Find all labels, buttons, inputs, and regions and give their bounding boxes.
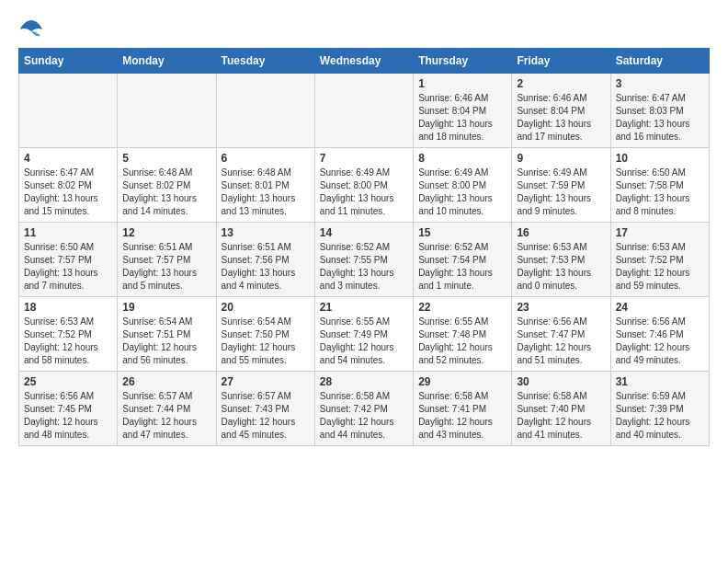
calendar-day-cell: 28Sunrise: 6:58 AMSunset: 7:42 PMDayligh… — [314, 372, 413, 446]
day-number: 22 — [418, 301, 506, 314]
calendar-day-cell: 26Sunrise: 6:57 AMSunset: 7:44 PMDayligh… — [118, 372, 216, 446]
calendar-day-cell: 19Sunrise: 6:54 AMSunset: 7:51 PMDayligh… — [118, 297, 216, 372]
day-info: Sunrise: 6:56 AMSunset: 7:47 PMDaylight:… — [517, 316, 605, 367]
day-number: 26 — [122, 375, 210, 388]
day-number: 1 — [418, 77, 506, 90]
day-number: 6 — [222, 152, 310, 165]
day-info: Sunrise: 6:47 AMSunset: 8:03 PMDaylight:… — [616, 92, 704, 144]
calendar-day-cell: 7Sunrise: 6:49 AMSunset: 8:00 PMDaylight… — [314, 148, 413, 223]
calendar-day-cell — [216, 74, 314, 148]
calendar-day-cell: 31Sunrise: 6:59 AMSunset: 7:39 PMDayligh… — [610, 372, 709, 446]
calendar-day-cell: 12Sunrise: 6:51 AMSunset: 7:57 PMDayligh… — [118, 223, 216, 297]
day-number: 4 — [24, 152, 112, 165]
day-number: 20 — [222, 301, 310, 314]
calendar-day-cell: 11Sunrise: 6:50 AMSunset: 7:57 PMDayligh… — [19, 223, 118, 297]
day-number: 15 — [418, 226, 506, 239]
day-number: 3 — [616, 77, 704, 90]
calendar-day-cell — [314, 74, 413, 148]
day-info: Sunrise: 6:52 AMSunset: 7:54 PMDaylight:… — [418, 241, 506, 293]
day-number: 8 — [418, 152, 506, 165]
logo — [18, 18, 48, 39]
day-info: Sunrise: 6:47 AMSunset: 8:02 PMDaylight:… — [24, 167, 112, 218]
day-info: Sunrise: 6:58 AMSunset: 7:41 PMDaylight:… — [418, 390, 506, 442]
day-number: 28 — [320, 375, 408, 388]
day-number: 25 — [24, 375, 112, 388]
calendar-day-cell: 16Sunrise: 6:53 AMSunset: 7:53 PMDayligh… — [512, 223, 610, 297]
calendar-day-cell: 22Sunrise: 6:55 AMSunset: 7:48 PMDayligh… — [414, 297, 512, 372]
calendar-day-cell: 15Sunrise: 6:52 AMSunset: 7:54 PMDayligh… — [414, 223, 512, 297]
day-number: 24 — [616, 301, 704, 314]
calendar-day-cell: 29Sunrise: 6:58 AMSunset: 7:41 PMDayligh… — [414, 372, 512, 446]
day-number: 10 — [616, 152, 704, 165]
calendar-week-row: 1Sunrise: 6:46 AMSunset: 8:04 PMDaylight… — [19, 74, 710, 148]
day-info: Sunrise: 6:53 AMSunset: 7:52 PMDaylight:… — [616, 241, 704, 293]
day-number: 27 — [222, 375, 310, 388]
calendar-day-cell: 8Sunrise: 6:49 AMSunset: 8:00 PMDaylight… — [414, 148, 512, 223]
day-number: 2 — [517, 77, 605, 90]
weekday-header: Monday — [118, 49, 216, 74]
calendar-day-cell: 4Sunrise: 6:47 AMSunset: 8:02 PMDaylight… — [19, 148, 118, 223]
day-info: Sunrise: 6:55 AMSunset: 7:48 PMDaylight:… — [418, 316, 506, 367]
day-number: 17 — [616, 226, 704, 239]
weekday-header: Sunday — [19, 49, 118, 74]
day-number: 29 — [418, 375, 506, 388]
calendar-day-cell: 21Sunrise: 6:55 AMSunset: 7:49 PMDayligh… — [314, 297, 413, 372]
day-number: 5 — [122, 152, 210, 165]
calendar-day-cell: 20Sunrise: 6:54 AMSunset: 7:50 PMDayligh… — [216, 297, 314, 372]
calendar-week-row: 25Sunrise: 6:56 AMSunset: 7:45 PMDayligh… — [19, 372, 710, 446]
weekday-header: Tuesday — [216, 49, 314, 74]
day-info: Sunrise: 6:54 AMSunset: 7:50 PMDaylight:… — [222, 316, 310, 367]
calendar-week-row: 4Sunrise: 6:47 AMSunset: 8:02 PMDaylight… — [19, 148, 710, 223]
day-info: Sunrise: 6:51 AMSunset: 7:57 PMDaylight:… — [122, 241, 210, 293]
day-info: Sunrise: 6:46 AMSunset: 8:04 PMDaylight:… — [418, 92, 506, 144]
day-info: Sunrise: 6:50 AMSunset: 7:57 PMDaylight:… — [24, 241, 112, 293]
calendar-week-row: 11Sunrise: 6:50 AMSunset: 7:57 PMDayligh… — [19, 223, 710, 297]
day-number: 9 — [517, 152, 605, 165]
calendar-day-cell: 27Sunrise: 6:57 AMSunset: 7:43 PMDayligh… — [216, 372, 314, 446]
day-number: 11 — [24, 226, 112, 239]
day-number: 21 — [320, 301, 408, 314]
day-number: 18 — [24, 301, 112, 314]
day-number: 12 — [122, 226, 210, 239]
day-info: Sunrise: 6:49 AMSunset: 8:00 PMDaylight:… — [418, 167, 506, 218]
day-info: Sunrise: 6:49 AMSunset: 8:00 PMDaylight:… — [320, 167, 408, 218]
calendar-day-cell: 24Sunrise: 6:56 AMSunset: 7:46 PMDayligh… — [610, 297, 709, 372]
day-info: Sunrise: 6:57 AMSunset: 7:43 PMDaylight:… — [222, 390, 310, 442]
calendar-week-row: 18Sunrise: 6:53 AMSunset: 7:52 PMDayligh… — [19, 297, 710, 372]
calendar-day-cell — [19, 74, 118, 148]
day-info: Sunrise: 6:56 AMSunset: 7:45 PMDaylight:… — [24, 390, 112, 442]
day-info: Sunrise: 6:46 AMSunset: 8:04 PMDaylight:… — [517, 92, 605, 144]
calendar-day-cell: 23Sunrise: 6:56 AMSunset: 7:47 PMDayligh… — [512, 297, 610, 372]
day-info: Sunrise: 6:58 AMSunset: 7:42 PMDaylight:… — [320, 390, 408, 442]
day-info: Sunrise: 6:52 AMSunset: 7:55 PMDaylight:… — [320, 241, 408, 293]
day-info: Sunrise: 6:53 AMSunset: 7:53 PMDaylight:… — [517, 241, 605, 293]
calendar-day-cell: 1Sunrise: 6:46 AMSunset: 8:04 PMDaylight… — [414, 74, 512, 148]
day-info: Sunrise: 6:51 AMSunset: 7:56 PMDaylight:… — [222, 241, 310, 293]
calendar-day-cell: 2Sunrise: 6:46 AMSunset: 8:04 PMDaylight… — [512, 74, 610, 148]
day-number: 30 — [517, 375, 605, 388]
day-info: Sunrise: 6:56 AMSunset: 7:46 PMDaylight:… — [616, 316, 704, 367]
day-info: Sunrise: 6:48 AMSunset: 8:02 PMDaylight:… — [122, 167, 210, 218]
weekday-header: Thursday — [414, 49, 512, 74]
weekday-header: Saturday — [610, 49, 709, 74]
calendar-day-cell: 9Sunrise: 6:49 AMSunset: 7:59 PMDaylight… — [512, 148, 610, 223]
day-info: Sunrise: 6:59 AMSunset: 7:39 PMDaylight:… — [616, 390, 704, 442]
calendar-day-cell: 14Sunrise: 6:52 AMSunset: 7:55 PMDayligh… — [314, 223, 413, 297]
weekday-header-row: SundayMondayTuesdayWednesdayThursdayFrid… — [19, 49, 710, 74]
calendar-day-cell — [118, 74, 216, 148]
calendar-day-cell: 25Sunrise: 6:56 AMSunset: 7:45 PMDayligh… — [19, 372, 118, 446]
calendar-day-cell: 10Sunrise: 6:50 AMSunset: 7:58 PMDayligh… — [610, 148, 709, 223]
day-info: Sunrise: 6:54 AMSunset: 7:51 PMDaylight:… — [122, 316, 210, 367]
calendar-day-cell: 3Sunrise: 6:47 AMSunset: 8:03 PMDaylight… — [610, 74, 709, 148]
day-info: Sunrise: 6:50 AMSunset: 7:58 PMDaylight:… — [616, 167, 704, 218]
day-info: Sunrise: 6:48 AMSunset: 8:01 PMDaylight:… — [222, 167, 310, 218]
calendar-day-cell: 6Sunrise: 6:48 AMSunset: 8:01 PMDaylight… — [216, 148, 314, 223]
calendar-day-cell: 13Sunrise: 6:51 AMSunset: 7:56 PMDayligh… — [216, 223, 314, 297]
day-info: Sunrise: 6:58 AMSunset: 7:40 PMDaylight:… — [517, 390, 605, 442]
day-number: 13 — [222, 226, 310, 239]
calendar-day-cell: 18Sunrise: 6:53 AMSunset: 7:52 PMDayligh… — [19, 297, 118, 372]
weekday-header: Friday — [512, 49, 610, 74]
day-info: Sunrise: 6:55 AMSunset: 7:49 PMDaylight:… — [320, 316, 408, 367]
day-number: 23 — [517, 301, 605, 314]
calendar-day-cell: 5Sunrise: 6:48 AMSunset: 8:02 PMDaylight… — [118, 148, 216, 223]
